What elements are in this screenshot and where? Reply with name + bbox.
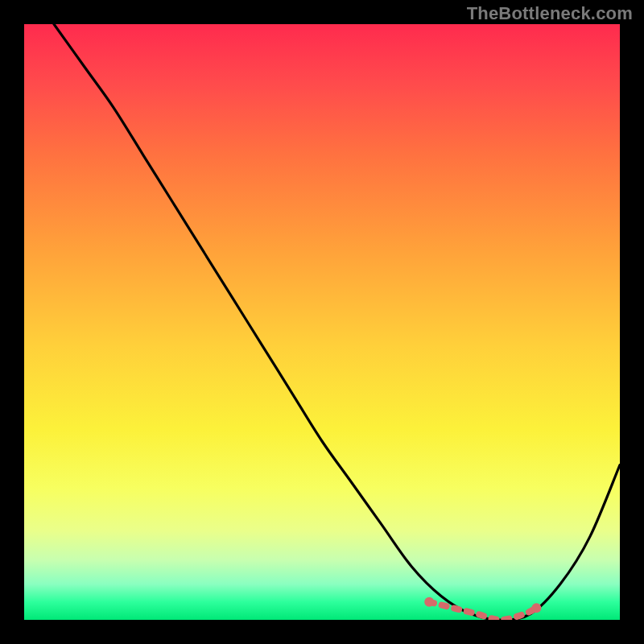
optimal-zone-highlight [429,602,536,620]
curve-svg [24,24,620,620]
plot-area [24,24,620,620]
bottleneck-curve [54,24,620,620]
watermark-text: TheBottleneck.com [467,3,633,24]
optimal-zone-dots [424,597,541,613]
chart-frame: TheBottleneck.com [0,0,644,644]
optimal-zone-endpoint [424,597,434,607]
optimal-zone-endpoint [531,603,541,613]
